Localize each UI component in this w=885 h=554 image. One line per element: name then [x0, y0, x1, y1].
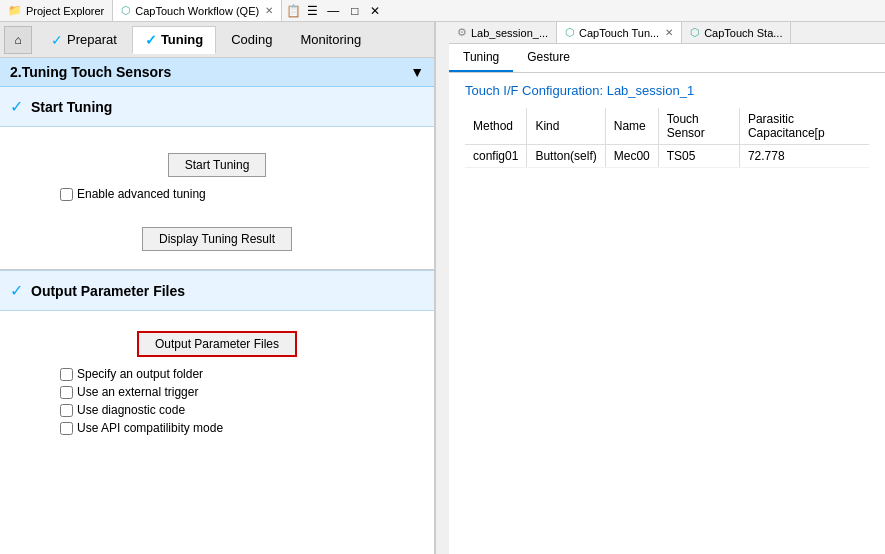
enable-advanced-tuning-row: Enable advanced tuning [20, 185, 414, 203]
start-tuning-header: ✓ Start Tuning [0, 87, 434, 127]
tab-preparation[interactable]: ✓ Preparat [38, 26, 130, 54]
cell-name: Mec00 [605, 145, 658, 168]
touch-config-section: Touch I/F Configuration: Lab_session_1 M… [449, 73, 885, 178]
right-tab-captouch-sta[interactable]: ⬡ CapTouch Sta... [682, 22, 791, 43]
output-section-content: Output Parameter Files Specify an output… [0, 311, 434, 554]
right-content: Tuning Gesture Touch I/F Configuration: … [449, 44, 885, 554]
title-bar: 📁 Project Explorer ⬡ CapTouch Workflow (… [0, 0, 885, 22]
col-parasitic-capacitance: Parasitic Capacitance[p [739, 108, 869, 145]
display-tuning-result-button[interactable]: Display Tuning Result [142, 227, 292, 251]
gear-icon: ⚙ [457, 26, 467, 39]
maximize-btn[interactable]: □ [348, 4, 361, 18]
folder-icon: 📁 [8, 4, 22, 17]
close-btn[interactable]: ✕ [367, 4, 383, 18]
nav-tabs: ⌂ ✓ Preparat ✓ Tuning Coding Monitoring [0, 22, 434, 58]
use-api-compat-row: Use API compatilibity mode [20, 419, 414, 437]
preparation-checkmark: ✓ [51, 32, 63, 48]
tab-monitoring[interactable]: Monitoring [287, 26, 374, 54]
tab-tuning-right[interactable]: Tuning [449, 44, 513, 72]
tuning-section-header[interactable]: 2.Tuning Touch Sensors ▼ [0, 58, 434, 87]
use-api-compat-checkbox[interactable] [60, 422, 73, 435]
right-tabs: Tuning Gesture [449, 44, 885, 73]
output-section-header: ✓ Output Parameter Files [0, 270, 434, 311]
close-workflow-tab[interactable]: ✕ [265, 5, 273, 16]
cell-method: config01 [465, 145, 527, 168]
col-kind: Kind [527, 108, 605, 145]
specify-output-folder-checkbox[interactable] [60, 368, 73, 381]
minimize-btn[interactable]: — [324, 4, 342, 18]
main-layout: ⌂ ✓ Preparat ✓ Tuning Coding Monitoring … [0, 22, 885, 554]
title-tab-captouch-workflow[interactable]: ⬡ CapTouch Workflow (QE) ✕ [113, 0, 282, 21]
cell-kind: Button(self) [527, 145, 605, 168]
left-scrollbar[interactable] [435, 22, 449, 554]
tuning-dropdown-icon[interactable]: ▼ [410, 64, 424, 80]
right-tab-captouch-tun[interactable]: ⬡ CapTouch Tun... ✕ [557, 22, 682, 43]
tuning-data-table: Method Kind Name Touch Sensor Parasitic … [465, 108, 869, 168]
use-diagnostic-code-row: Use diagnostic code [20, 401, 414, 419]
use-external-trigger-checkbox[interactable] [60, 386, 73, 399]
col-touch-sensor: Touch Sensor [658, 108, 739, 145]
use-external-trigger-row: Use an external trigger [20, 383, 414, 401]
tuning-checkmark: ✓ [145, 32, 157, 48]
start-tuning-button[interactable]: Start Tuning [168, 153, 267, 177]
toolbar-icon-2[interactable]: ☰ [307, 4, 318, 18]
use-diagnostic-code-checkbox[interactable] [60, 404, 73, 417]
table-header-row: Method Kind Name Touch Sensor Parasitic … [465, 108, 869, 145]
output-checkmark: ✓ [10, 281, 23, 300]
home-icon: ⌂ [14, 33, 21, 47]
col-method: Method [465, 108, 527, 145]
output-parameter-files-button[interactable]: Output Parameter Files [137, 331, 297, 357]
right-tab-lab-session[interactable]: ⚙ Lab_session_... [449, 22, 557, 43]
table-row: config01 Button(self) Mec00 TS05 72.778 [465, 145, 869, 168]
left-panel: ⌂ ✓ Preparat ✓ Tuning Coding Monitoring … [0, 22, 435, 554]
close-captouch-tun-tab[interactable]: ✕ [665, 27, 673, 38]
tab-gesture[interactable]: Gesture [513, 44, 584, 72]
workflow-icon: ⬡ [121, 4, 131, 17]
tab-coding[interactable]: Coding [218, 26, 285, 54]
workflow-icon-2: ⬡ [565, 26, 575, 39]
workflow-icon-3: ⬡ [690, 26, 700, 39]
start-tuning-checkmark: ✓ [10, 97, 23, 116]
tab-tuning[interactable]: ✓ Tuning [132, 26, 216, 54]
cell-touch-sensor: TS05 [658, 145, 739, 168]
right-title-bar: ⚙ Lab_session_... ⬡ CapTouch Tun... ✕ ⬡ … [449, 22, 885, 44]
touch-config-value: Lab_session_1 [607, 83, 694, 98]
col-name: Name [605, 108, 658, 145]
right-panel: ⚙ Lab_session_... ⬡ CapTouch Tun... ✕ ⬡ … [449, 22, 885, 554]
touch-config-title: Touch I/F Configuration: Lab_session_1 [465, 83, 869, 98]
enable-advanced-tuning-checkbox[interactable] [60, 188, 73, 201]
title-tab-project-explorer[interactable]: 📁 Project Explorer [0, 0, 113, 21]
start-tuning-content: Start Tuning Enable advanced tuning Disp… [0, 127, 434, 270]
toolbar-icon-1[interactable]: 📋 [286, 4, 301, 18]
home-button[interactable]: ⌂ [4, 26, 32, 54]
specify-output-folder-row: Specify an output folder [20, 365, 414, 383]
cell-parasitic-capacitance: 72.778 [739, 145, 869, 168]
